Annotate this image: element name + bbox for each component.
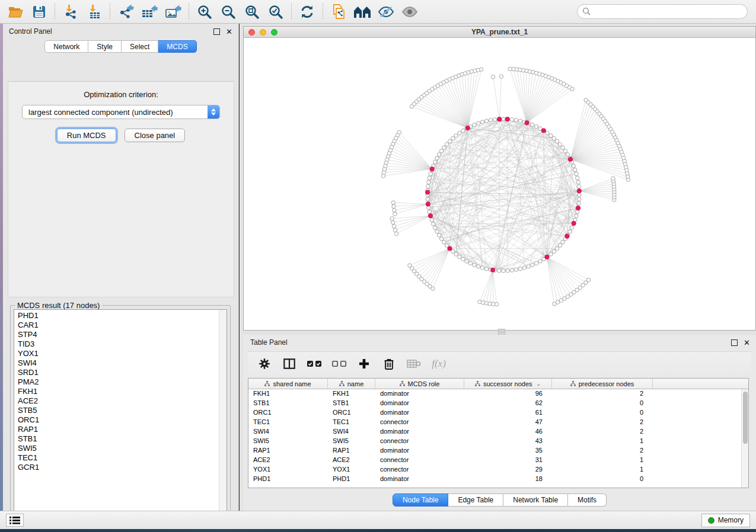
hide-selected-button[interactable] (374, 2, 398, 22)
float-table-panel-button[interactable] (731, 339, 738, 346)
tab-edge-table[interactable]: Edge Table (448, 493, 503, 507)
close-panel-icon[interactable]: ✕ (226, 28, 232, 35)
table-cell[interactable]: STB1 (248, 399, 328, 408)
column-header-name[interactable]: name (328, 379, 375, 389)
table-cell[interactable]: 46 (464, 427, 552, 437)
tab-network-table[interactable]: Network Table (503, 493, 568, 507)
table-row[interactable]: RAP1RAP1dominator352 (248, 446, 748, 456)
table-cell[interactable]: connector (375, 465, 464, 475)
export-table-button[interactable] (138, 2, 161, 22)
table-cell[interactable]: 62 (464, 399, 552, 408)
delete-table-button[interactable] (406, 355, 422, 372)
mcds-result-item[interactable]: STP4 (18, 330, 219, 339)
sort-indicator-icon[interactable]: ⌄ (537, 381, 541, 387)
window-minimize-light[interactable] (260, 29, 266, 36)
mcds-result-item[interactable]: SWI5 (18, 444, 219, 453)
table-cell[interactable]: 2 (552, 389, 653, 399)
column-header-predecessor-nodes[interactable]: predecessor nodes (552, 379, 653, 389)
table-row[interactable]: ACE2ACE2connector311 (248, 456, 748, 465)
zoom-in-button[interactable] (193, 2, 216, 22)
add-column-button[interactable] (356, 355, 372, 372)
table-options-gear-button[interactable] (256, 355, 273, 372)
tab-node-table[interactable]: Node Table (393, 493, 449, 507)
table-cell[interactable]: SWI4 (248, 427, 328, 437)
table-cell[interactable]: dominator (375, 408, 464, 418)
table-cell[interactable]: 61 (464, 408, 552, 418)
delete-column-button[interactable] (381, 355, 397, 372)
refresh-layout-button[interactable] (295, 2, 319, 22)
table-cell[interactable]: 43 (464, 437, 552, 446)
mcds-result-item[interactable]: FKH1 (18, 387, 219, 396)
mcds-result-item[interactable]: TID3 (18, 339, 219, 349)
mcds-result-item[interactable]: STB5 (18, 406, 219, 415)
table-cell[interactable]: FKH1 (328, 389, 375, 399)
close-panel-button[interactable]: Close panel (125, 129, 186, 142)
table-cell[interactable]: 1 (552, 465, 653, 475)
column-header-MCDS-role[interactable]: MCDS role (375, 379, 464, 389)
table-row[interactable]: ORC1ORC1dominator610 (248, 408, 748, 418)
table-cell[interactable]: connector (375, 456, 464, 465)
open-file-button[interactable] (4, 2, 27, 22)
first-neighbors-button[interactable] (350, 2, 374, 22)
mcds-result-list[interactable]: PHD1CAR1STP4TID3YOX1SWI4SRD1PMA2FKH1ACE2… (14, 310, 219, 516)
tab-style[interactable]: Style (88, 40, 122, 53)
mcds-list-scrollbar[interactable] (219, 310, 227, 516)
table-cell[interactable]: dominator (375, 475, 464, 484)
table-cell[interactable]: 96 (464, 389, 552, 399)
tab-network[interactable]: Network (44, 40, 88, 53)
table-cell[interactable]: TEC1 (328, 418, 375, 427)
table-row[interactable]: SWI5SWI5connector431 (248, 437, 748, 446)
table-cell[interactable]: 2 (552, 418, 653, 427)
save-session-button[interactable] (27, 2, 51, 22)
table-row[interactable]: STB1STB1dominator620 (248, 399, 748, 408)
table-cell[interactable]: 0 (552, 408, 653, 418)
column-header-successor-nodes[interactable]: successor nodes⌄ (464, 379, 552, 389)
mcds-result-item[interactable]: SRD1 (18, 368, 219, 377)
table-cell[interactable]: YOX1 (328, 465, 375, 475)
import-network-button[interactable] (59, 2, 82, 22)
table-cell[interactable]: TEC1 (248, 418, 328, 427)
table-cell[interactable]: ACE2 (328, 456, 375, 465)
mcds-result-item[interactable]: PHD1 (18, 311, 219, 321)
function-builder-button[interactable]: f(x) (430, 355, 447, 372)
mcds-result-item[interactable]: GCR1 (18, 463, 219, 472)
table-cell[interactable]: RAP1 (328, 446, 375, 456)
mcds-result-item[interactable]: ACE2 (18, 396, 219, 406)
tab-mcds[interactable]: MCDS (158, 40, 196, 53)
table-cell[interactable]: SWI5 (248, 437, 328, 446)
table-cell[interactable]: dominator (375, 446, 464, 456)
table-cell[interactable]: dominator (375, 389, 464, 399)
network-window-titlebar[interactable]: YPA_prune.txt_1 (244, 27, 755, 38)
table-row[interactable]: PHD1PHD1dominator180 (248, 475, 748, 484)
table-cell[interactable]: 0 (552, 475, 653, 484)
memory-button[interactable]: Memory (701, 514, 750, 527)
table-cell[interactable]: 47 (464, 418, 552, 427)
table-scrollbar-thumb[interactable] (743, 392, 748, 444)
table-cell[interactable]: PHD1 (248, 475, 328, 484)
table-cell[interactable]: 1 (552, 456, 653, 465)
table-scrollbar[interactable] (741, 389, 748, 488)
window-close-light[interactable] (248, 29, 255, 36)
mcds-result-item[interactable]: STB1 (18, 434, 219, 444)
table-cell[interactable]: RAP1 (248, 446, 328, 456)
zoom-fit-button[interactable] (240, 2, 264, 22)
task-history-button[interactable] (6, 514, 24, 527)
table-cell[interactable]: connector (375, 418, 464, 427)
optimization-criterion-dropdown[interactable]: largest connected component (undirected) (22, 105, 220, 119)
table-cell[interactable]: PHD1 (328, 475, 375, 484)
select-all-checks-button[interactable] (306, 355, 323, 372)
run-mcds-button[interactable]: Run MCDS (57, 129, 116, 142)
table-cell[interactable]: 2 (552, 427, 653, 437)
table-row[interactable]: YOX1YOX1connector291 (248, 465, 748, 475)
network-canvas[interactable] (244, 38, 755, 330)
table-cell[interactable]: 31 (464, 456, 552, 465)
clone-network-button[interactable] (327, 2, 350, 22)
search-input[interactable] (577, 4, 748, 19)
table-cell[interactable]: ACE2 (248, 456, 328, 465)
split-columns-button[interactable] (281, 355, 298, 372)
table-cell[interactable]: 2 (552, 446, 653, 456)
table-cell[interactable]: 18 (464, 475, 552, 484)
mcds-result-item[interactable]: YOX1 (18, 349, 219, 358)
tab-select[interactable]: Select (122, 40, 158, 53)
column-header-shared-name[interactable]: shared name (248, 379, 328, 389)
